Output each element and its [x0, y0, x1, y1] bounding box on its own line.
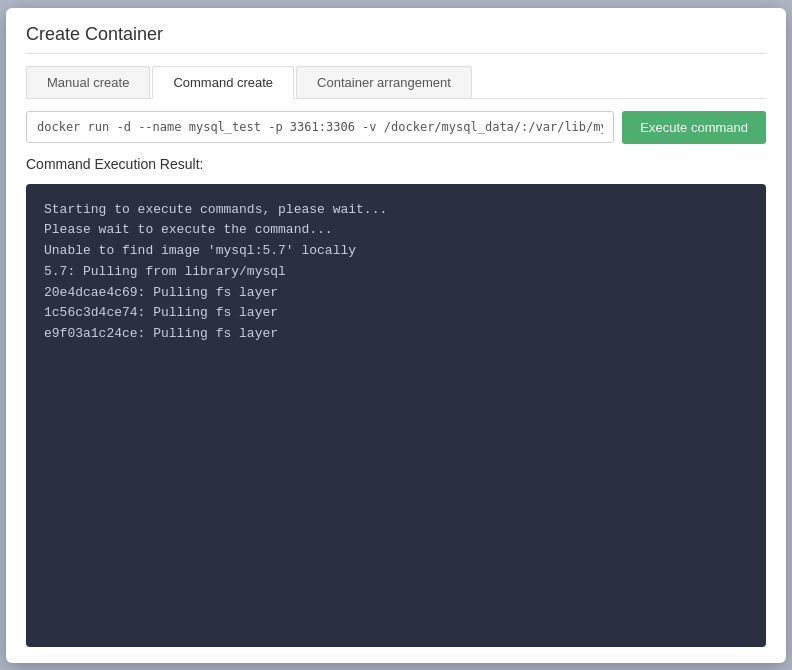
terminal-line: 1c56c3d4ce74: Pulling fs layer [44, 303, 748, 324]
terminal-line: Unable to find image 'mysql:5.7' locally [44, 241, 748, 262]
terminal-line: Please wait to execute the command... [44, 220, 748, 241]
command-input[interactable] [26, 111, 614, 143]
tabs-container: Manual create Command create Container a… [26, 66, 766, 99]
terminal-output: Starting to execute commands, please wai… [26, 184, 766, 647]
modal-overlay: Create Container Manual create Command c… [0, 0, 792, 670]
terminal-line: 20e4dcae4c69: Pulling fs layer [44, 283, 748, 304]
tab-command-create[interactable]: Command create [152, 66, 294, 99]
terminal-line: e9f03a1c24ce: Pulling fs layer [44, 324, 748, 345]
terminal-line: 5.7: Pulling from library/mysql [44, 262, 748, 283]
execute-button[interactable]: Execute command [622, 111, 766, 144]
terminal-line: Starting to execute commands, please wai… [44, 200, 748, 221]
modal-title: Create Container [26, 24, 766, 54]
tab-container-arrangement[interactable]: Container arrangement [296, 66, 472, 98]
modal-container: Create Container Manual create Command c… [6, 8, 786, 663]
command-input-row: Execute command [26, 111, 766, 144]
tab-manual-create[interactable]: Manual create [26, 66, 150, 98]
result-label: Command Execution Result: [26, 156, 766, 172]
